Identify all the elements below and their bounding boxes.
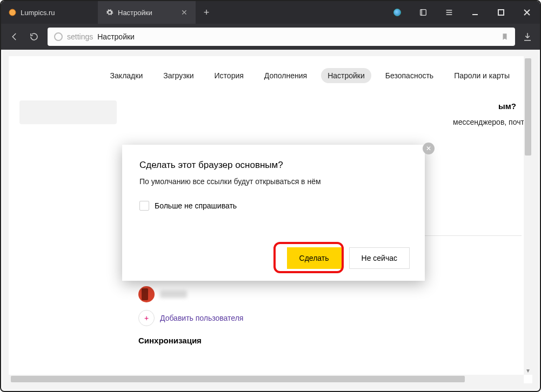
menu-icon[interactable] (436, 1, 462, 24)
scroll-down-icon[interactable]: ▼ (524, 366, 532, 375)
settings-sidebar (9, 95, 122, 383)
site-identity-icon (54, 32, 63, 41)
checkbox[interactable] (139, 201, 149, 211)
section-sync: Синхронизация (138, 336, 522, 345)
maximize-button[interactable] (488, 1, 514, 24)
nav-history[interactable]: История (208, 68, 250, 83)
viewport: Закладки Загрузки История Дополнения Нас… (2, 50, 539, 390)
button-label: Сделать (299, 254, 329, 262)
svg-point-0 (9, 9, 16, 16)
settings-nav: Закладки Загрузки История Дополнения Нас… (9, 56, 532, 91)
address-prefix: settings (67, 32, 93, 41)
gear-icon (106, 9, 113, 16)
vertical-scrollbar[interactable]: ▲ ▼ (524, 56, 532, 375)
bookmark-icon[interactable] (501, 32, 509, 41)
scroll-thumb[interactable] (11, 376, 465, 382)
nav-downloads[interactable]: Загрузки (157, 68, 200, 83)
default-browser-dialog: Сделать этот браузер основным? По умолча… (122, 145, 425, 281)
minimize-button[interactable] (462, 1, 488, 24)
dialog-title: Сделать этот браузер основным? (139, 160, 408, 171)
dialog-subtitle: По умолчанию все ссылки будут открыватьс… (139, 177, 408, 186)
plus-icon: + (138, 310, 155, 326)
window-controls (384, 1, 540, 24)
nav-settings[interactable]: Настройки (321, 68, 371, 83)
favicon-orange-icon (9, 9, 16, 16)
reader-icon[interactable] (410, 1, 436, 24)
tab-title: Lumpics.ru (21, 9, 55, 17)
svg-rect-3 (498, 10, 504, 15)
extension-icon[interactable] (384, 1, 410, 24)
title-bar: Lumpics.ru Настройки ✕ + (1, 1, 540, 24)
partial-text: мессенджеров, почтовы (453, 118, 532, 126)
tab-settings[interactable]: Настройки ✕ (98, 1, 196, 24)
new-tab-button[interactable]: + (196, 1, 217, 24)
checkbox-label: Больше не спрашивать (155, 201, 237, 210)
tab-lumpics[interactable]: Lumpics.ru (1, 1, 98, 24)
close-button[interactable] (514, 1, 540, 24)
button-label: Не сейчас (362, 254, 397, 262)
dont-ask-row[interactable]: Больше не спрашивать (139, 201, 408, 211)
not-now-button[interactable]: Не сейчас (349, 247, 410, 269)
tab-title: Настройки (118, 9, 152, 17)
svg-rect-1 (420, 10, 426, 16)
downloads-icon[interactable] (523, 32, 532, 42)
nav-bookmarks[interactable]: Закладки (104, 68, 150, 83)
tab-close-icon[interactable]: ✕ (181, 8, 188, 17)
svg-rect-2 (472, 14, 478, 15)
nav-row: settings Настройки (1, 24, 540, 50)
scroll-thumb[interactable] (525, 58, 531, 156)
back-button[interactable] (9, 31, 21, 43)
section-title: Синхронизация (138, 336, 522, 345)
nav-passwords[interactable]: Пароли и карты (448, 68, 516, 83)
make-default-button[interactable]: Сделать (287, 247, 342, 269)
sidebar-item[interactable] (19, 100, 117, 124)
nav-addons[interactable]: Дополнения (258, 68, 313, 83)
partial-heading: ым? (498, 102, 516, 111)
nav-security[interactable]: Безопасность (379, 68, 440, 83)
user-row (138, 286, 522, 302)
add-user-link[interactable]: Добавить пользователя (160, 314, 243, 322)
add-user-row[interactable]: + Добавить пользователя (138, 310, 522, 326)
address-bar[interactable]: settings Настройки (48, 28, 515, 46)
username-blur (160, 290, 187, 298)
avatar-icon (138, 286, 155, 302)
address-text: Настройки (97, 32, 135, 41)
close-icon[interactable] (423, 143, 435, 154)
horizontal-scrollbar[interactable] (9, 375, 524, 383)
reload-button[interactable] (28, 31, 40, 43)
